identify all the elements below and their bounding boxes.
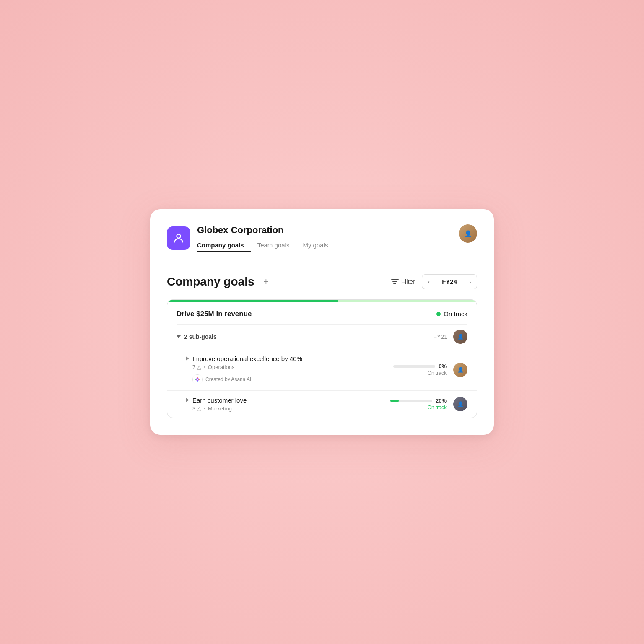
subgoal-progress-1: 0% On track: [393, 363, 447, 376]
subgoal-title-row-1: Improve operational excellence by 40%: [186, 355, 302, 362]
header-title-area: Globex Corporation Company goals Team go…: [197, 224, 335, 252]
subgoals-year: FY21: [434, 333, 447, 340]
subgoals-toggle[interactable]: 2 sub-goals: [177, 333, 217, 340]
year-navigator: ‹ FY24 ›: [422, 274, 477, 289]
svg-point-0: [177, 234, 180, 238]
progress-bar-1: [393, 365, 435, 368]
year-label: FY24: [436, 275, 463, 289]
page-header: Company goals + Filter ‹ FY24 ›: [167, 274, 477, 289]
page-actions: Filter ‹ FY24 ›: [391, 274, 477, 289]
app-icon: [167, 226, 190, 250]
svg-point-1: [196, 378, 198, 380]
subgoal-meta-1: 7 △ Operations: [192, 364, 234, 370]
expand-icon-1[interactable]: [186, 356, 189, 361]
year-prev-button[interactable]: ‹: [422, 275, 436, 289]
header: Globex Corporation Company goals Team go…: [167, 224, 477, 252]
subgoal-meta-2: 3 △ Marketing: [192, 405, 232, 412]
subgoal-status-2: On track: [428, 405, 447, 410]
tab-company-goals[interactable]: Company goals: [197, 239, 251, 252]
main-card: Globex Corporation Company goals Team go…: [150, 209, 494, 435]
year-next-button[interactable]: ›: [463, 275, 477, 289]
subgoal-name-1: Improve operational excellence by 40%: [192, 355, 302, 362]
person-icon: [173, 232, 184, 244]
expand-icon-2[interactable]: [186, 398, 189, 402]
header-divider: [150, 262, 494, 262]
filter-icon: [391, 279, 399, 285]
subgoal-left-1: Improve operational excellence by 40% 7 …: [186, 355, 302, 384]
progress-bar-2: [390, 400, 432, 402]
tab-team-goals[interactable]: Team goals: [251, 239, 296, 252]
subgoal-progress-2: 20% On track: [390, 397, 447, 410]
subgoal-tasks-2: 3 △: [192, 405, 201, 412]
page-title: Company goals: [167, 275, 254, 288]
filter-button[interactable]: Filter: [391, 278, 415, 285]
ai-badge-1: Created by Asana AI: [192, 374, 251, 384]
goal-title: Drive $25M in revenue: [177, 310, 252, 318]
subgoal-meta-dot-2: [204, 408, 205, 409]
page-title-row: Company goals +: [167, 275, 273, 288]
ai-icon: [192, 374, 203, 384]
subgoals-meta: FY21 👤: [434, 330, 467, 344]
sparkle-icon: [195, 377, 200, 382]
subgoal-name-2: Earn customer love: [192, 397, 247, 404]
subgoal-row-2: Earn customer love 3 △ Marketing: [186, 397, 467, 412]
subgoal-item-1: Improve operational excellence by 40% 7 …: [167, 349, 477, 390]
subgoal-row-1: Improve operational excellence by 40% 7 …: [186, 355, 467, 384]
company-name: Globex Corporation: [197, 224, 335, 236]
subgoal-avatar-2: 👤: [453, 397, 467, 411]
subgoal-status-1: On track: [428, 370, 447, 376]
goal-header: Drive $25M in revenue On track: [167, 302, 477, 324]
goal-status-label: On track: [444, 310, 467, 317]
subgoal-left-2: Earn customer love 3 △ Marketing: [186, 397, 247, 412]
goal-status-badge: On track: [436, 310, 467, 317]
subgoals-count: 2 sub-goals: [184, 333, 217, 340]
subgoal-item-2: Earn customer love 3 △ Marketing: [167, 390, 477, 418]
subgoal-title-row-2: Earn customer love: [186, 397, 247, 404]
header-left: Globex Corporation Company goals Team go…: [167, 224, 335, 252]
user-avatar[interactable]: 👤: [459, 224, 477, 243]
add-goal-button[interactable]: +: [259, 275, 273, 288]
subgoals-header: 2 sub-goals FY21 👤: [167, 325, 477, 349]
subgoal-tasks-1: 7 △: [192, 364, 201, 370]
subgoals-avatar: 👤: [453, 330, 467, 344]
chevron-down-icon: [177, 335, 181, 338]
tabs: Company goals Team goals My goals: [197, 239, 335, 252]
tab-my-goals[interactable]: My goals: [296, 239, 335, 252]
subgoal-right-2: 20% On track 👤: [390, 397, 467, 411]
subgoal-dept-2: Marketing: [208, 405, 232, 412]
subgoal-right-1: 0% On track 👤: [393, 363, 467, 377]
subgoal-dept-1: Operations: [208, 364, 235, 370]
ai-label-1: Created by Asana AI: [205, 377, 251, 382]
subgoal-pct-1: 0%: [439, 363, 447, 369]
goal-card-main: Drive $25M in revenue On track 2 sub-goa…: [167, 299, 477, 418]
subgoal-pct-2: 20%: [436, 397, 447, 404]
subgoal-avatar-1: 👤: [453, 363, 467, 377]
subgoal-meta-dot-1: [204, 366, 205, 368]
goal-progress-fill: [167, 300, 338, 302]
status-dot-green: [436, 312, 441, 316]
progress-fill-2: [390, 400, 399, 402]
goal-progress-bar: [167, 300, 477, 302]
